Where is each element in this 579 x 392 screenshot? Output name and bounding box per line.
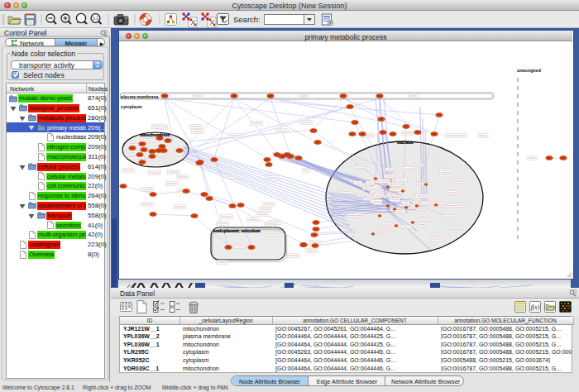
svg-text:unassigned: unassigned <box>517 68 541 73</box>
svg-text:plasma membrane: plasma membrane <box>121 94 159 99</box>
svg-text:Search:: Search: <box>233 15 261 24</box>
svg-text:mitochondrion: mitochondrion <box>140 132 170 137</box>
svg-text:1:1: 1:1 <box>93 16 98 21</box>
svg-text:cytoplasm: cytoplasm <box>121 104 142 109</box>
svg-text:nucleus: nucleus <box>397 140 414 145</box>
svg-text:f(x): f(x) <box>531 304 540 311</box>
svg-text:endoplasmic reticulum: endoplasmic reticulum <box>213 228 261 233</box>
